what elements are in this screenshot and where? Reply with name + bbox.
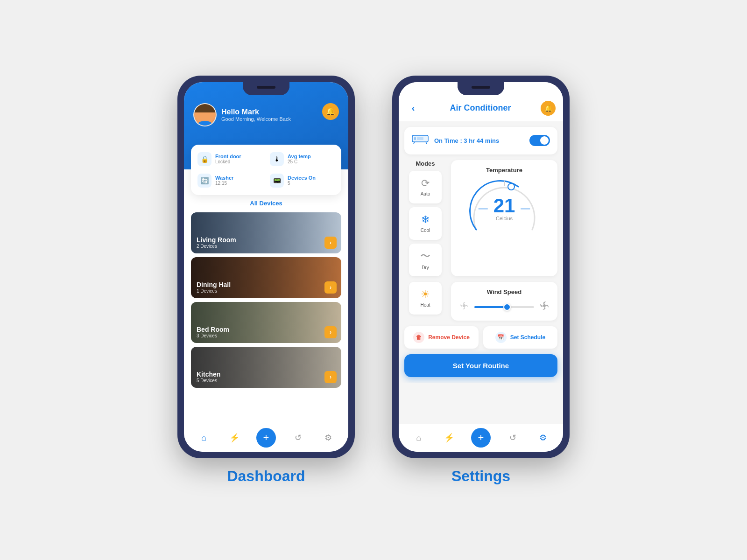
subtitle-text: Good Morning, Welcome Back — [221, 116, 291, 122]
room-devices-living: 2 Devices — [197, 244, 236, 249]
room-card-living[interactable]: Living Room 2 Devices › — [191, 212, 341, 253]
back-button[interactable]: ‹ — [406, 101, 420, 115]
all-devices-link[interactable]: All Devices — [191, 200, 341, 207]
room-arrow-living[interactable]: › — [324, 237, 337, 249]
temp-value-container: — 21 Celcius — — [479, 196, 530, 221]
room-card-dining[interactable]: Dining Hall 1 Devices › — [191, 257, 341, 298]
nav-home-dashboard[interactable]: ⌂ — [196, 429, 212, 446]
wind-label: Wind Speed — [458, 288, 550, 295]
schedule-label: Set Schedule — [510, 334, 545, 341]
settings-label: Settings — [451, 468, 510, 485]
avatar-face — [194, 104, 216, 126]
room-info-kitchen: Kitchen 5 Devices — [197, 371, 220, 383]
cool-label: Cool — [421, 228, 430, 233]
action-row: 🗑 Remove Device 📅 Set Schedule — [404, 326, 557, 349]
room-name-kitchen: Kitchen — [197, 371, 220, 378]
avatar-hair — [194, 104, 216, 112]
mode-dry[interactable]: 〜 Dry — [409, 244, 442, 276]
ac-icon — [412, 133, 429, 148]
modes-label: Modes — [404, 160, 446, 167]
settings-section: ‹ Air Conditioner 🔔 — [392, 76, 570, 485]
notch — [243, 82, 289, 95]
wind-fan-icon — [458, 300, 470, 314]
avgtemp-text: Avg temp 25 C — [288, 154, 311, 164]
temp-value: 21 — [493, 196, 515, 216]
remove-device-button[interactable]: 🗑 Remove Device — [404, 326, 479, 349]
washer-label: Washer — [215, 175, 233, 181]
nav-history-dashboard[interactable]: ↺ — [289, 429, 306, 446]
dashboard-header: Hello Mark Good Morning, Welcome Back 🔔 … — [184, 82, 348, 169]
wind-row — [458, 300, 550, 314]
avgtemp-icon: 🌡 — [270, 152, 284, 166]
mode-cool[interactable]: ❄ Cool — [409, 207, 442, 240]
dashboard-label: Dashboard — [227, 468, 305, 485]
on-time-text: On Time : 3 hr 44 mins — [434, 137, 524, 144]
on-time-label: On Time : — [434, 137, 464, 144]
avgtemp-value: 25 C — [288, 159, 311, 164]
nav-home-settings[interactable]: ⌂ — [410, 429, 427, 446]
devices-icon: 📟 — [270, 174, 284, 188]
dashboard-section: Hello Mark Good Morning, Welcome Back 🔔 … — [177, 76, 355, 485]
heat-label: Heat — [420, 302, 430, 308]
temp-minus-btn[interactable]: — — [479, 203, 488, 214]
power-toggle[interactable] — [529, 135, 550, 146]
washer-text: Washer 12:15 — [215, 175, 233, 186]
mode-heat[interactable]: ☀ Heat — [409, 282, 442, 315]
room-card-bedroom[interactable]: Bed Room 3 Devices › — [191, 302, 341, 343]
nav-settings-settings[interactable]: ⚙ — [535, 429, 551, 446]
settings-bottom-nav: ⌂ ⚡ + ↺ ⚙ — [399, 424, 563, 452]
room-arrow-kitchen[interactable]: › — [324, 371, 337, 383]
frontdoor-text: Front door Locked — [215, 154, 241, 164]
settings-phone-frame: ‹ Air Conditioner 🔔 — [392, 76, 570, 458]
nav-energy-settings[interactable]: ⚡ — [441, 429, 458, 446]
svg-rect-5 — [417, 137, 423, 140]
notification-bell[interactable]: 🔔 — [322, 103, 339, 120]
stat-frontdoor: 🔒 Front door Locked — [196, 150, 264, 168]
nav-history-settings[interactable]: ↺ — [504, 429, 521, 446]
page-container: Hello Mark Good Morning, Welcome Back 🔔 … — [0, 57, 747, 504]
frontdoor-label: Front door — [215, 154, 241, 159]
auto-label: Auto — [421, 191, 430, 196]
nav-settings-dashboard[interactable]: ⚙ — [320, 429, 337, 446]
settings-notch — [458, 82, 504, 95]
settings-notification-bell[interactable]: 🔔 — [541, 101, 556, 116]
room-devices-bedroom: 3 Devices — [197, 333, 229, 338]
temperature-card: Temperature — [451, 160, 557, 276]
temp-controls: — 21 Celcius — — [479, 196, 530, 221]
stat-avgtemp: 🌡 Avg temp 25 C — [268, 150, 337, 168]
nav-add-settings[interactable]: + — [471, 428, 491, 448]
stat-washer: 🔄 Washer 12:15 — [196, 172, 264, 189]
svg-rect-4 — [414, 137, 416, 140]
modes-list: ⟳ Auto ❄ Cool 〜 Dry — [404, 171, 446, 276]
temp-plus-btn[interactable]: — — [521, 203, 530, 214]
remove-icon: 🗑 — [413, 332, 424, 343]
room-card-kitchen[interactable]: Kitchen 5 Devices › — [191, 347, 341, 388]
washer-value: 12:15 — [215, 181, 233, 186]
on-time-card: On Time : 3 hr 44 mins — [404, 127, 557, 154]
set-schedule-button[interactable]: 📅 Set Schedule — [483, 326, 557, 349]
frontdoor-icon: 🔒 — [197, 152, 211, 166]
room-arrow-bedroom[interactable]: › — [324, 326, 337, 338]
mode-auto[interactable]: ⟳ Auto — [409, 171, 442, 203]
heat-column: ☀ Heat — [404, 282, 446, 315]
avatar — [193, 103, 217, 126]
frontdoor-value: Locked — [215, 159, 241, 164]
remove-label: Remove Device — [428, 334, 470, 341]
room-devices-kitchen: 5 Devices — [197, 378, 220, 383]
set-routine-button[interactable]: Set Your Routine — [404, 354, 557, 377]
wind-slider-fill — [474, 306, 507, 308]
wind-slider-thumb[interactable] — [503, 303, 511, 311]
devices-label: Devices On — [288, 175, 316, 181]
temp-label: Temperature — [486, 167, 522, 174]
nav-energy-dashboard[interactable]: ⚡ — [226, 429, 243, 446]
heat-icon: ☀ — [421, 288, 430, 301]
room-arrow-dining[interactable]: › — [324, 281, 337, 294]
svg-point-8 — [463, 304, 465, 307]
avatar-body — [198, 121, 211, 126]
room-name-living: Living Room — [197, 236, 236, 244]
stat-devices: 📟 Devices On 5 — [268, 172, 337, 189]
room-devices-dining: 1 Devices — [197, 288, 231, 294]
room-name-dining: Dining Hall — [197, 281, 231, 288]
nav-add-dashboard[interactable]: + — [256, 428, 276, 448]
devices-value: 5 — [288, 181, 316, 186]
